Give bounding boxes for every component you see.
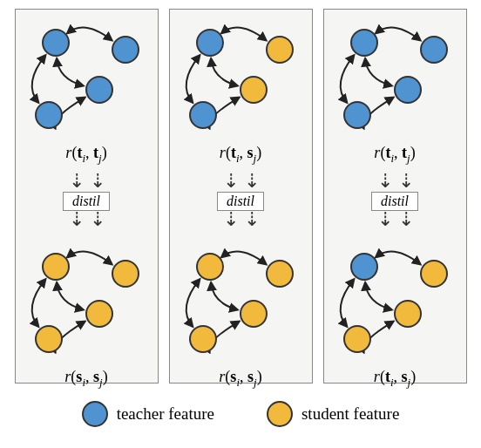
student-node xyxy=(240,300,268,328)
graph xyxy=(170,234,312,364)
graph xyxy=(16,234,158,364)
panel-1: r(ti, sj) ⇣⇣ distil ⇣⇣ r(si, sj) xyxy=(169,9,313,384)
student-node xyxy=(266,260,294,288)
formula: r(ti, sj) xyxy=(170,144,312,166)
panels-container: r(ti, tj) ⇣⇣ distil ⇣⇣ r(si, sj) r(ti, s… xyxy=(9,9,472,384)
student-node xyxy=(343,325,371,353)
student-node xyxy=(394,300,422,328)
teacher-node xyxy=(196,29,224,57)
down-arrows-icon: ⇣⇣ xyxy=(223,213,258,228)
legend-teacher: teacher feature xyxy=(82,401,214,427)
formula: r(ti, tj) xyxy=(16,144,158,166)
student-node xyxy=(196,253,224,281)
graph xyxy=(324,234,466,364)
student-node xyxy=(266,36,294,64)
legend-student-label: student feature xyxy=(301,404,399,424)
student-node-icon xyxy=(267,401,293,427)
student-node xyxy=(112,260,139,288)
down-arrows-icon: ⇣⇣ xyxy=(377,174,412,190)
teacher-node xyxy=(85,76,113,104)
teacher-node xyxy=(343,101,371,129)
legend: teacher feature student feature xyxy=(9,401,472,427)
student-node xyxy=(240,76,268,104)
teacher-node xyxy=(350,253,378,281)
student-node xyxy=(189,325,217,353)
graph xyxy=(170,10,312,140)
teacher-node xyxy=(394,76,422,104)
teacher-node xyxy=(189,101,217,129)
teacher-node xyxy=(112,36,139,64)
down-arrows-icon: ⇣⇣ xyxy=(69,213,104,228)
graph xyxy=(16,10,158,140)
legend-teacher-label: teacher feature xyxy=(117,404,214,424)
student-node xyxy=(35,325,63,353)
graph xyxy=(324,10,466,140)
formula: r(ti, tj) xyxy=(324,144,466,166)
student-node xyxy=(420,260,448,288)
formula: r(ti, sj) xyxy=(324,368,466,390)
student-node xyxy=(85,300,113,328)
student-node xyxy=(42,253,70,281)
teacher-node xyxy=(350,29,378,57)
teacher-node xyxy=(42,29,70,57)
distil-block: ⇣⇣ distil ⇣⇣ xyxy=(170,174,312,228)
distil-block: ⇣⇣ distil ⇣⇣ xyxy=(16,174,158,228)
down-arrows-icon: ⇣⇣ xyxy=(69,174,104,190)
distil-block: ⇣⇣ distil ⇣⇣ xyxy=(324,174,466,228)
down-arrows-icon: ⇣⇣ xyxy=(223,174,258,190)
teacher-node xyxy=(35,101,63,129)
teacher-node xyxy=(420,36,448,64)
formula: r(si, sj) xyxy=(170,368,312,390)
teacher-node-icon xyxy=(82,401,108,427)
legend-student: student feature xyxy=(267,401,399,427)
down-arrows-icon: ⇣⇣ xyxy=(377,213,412,228)
formula: r(si, sj) xyxy=(16,368,158,390)
panel-0: r(ti, tj) ⇣⇣ distil ⇣⇣ r(si, sj) xyxy=(15,9,159,384)
panel-2: r(ti, tj) ⇣⇣ distil ⇣⇣ r(ti, sj) xyxy=(323,9,467,384)
